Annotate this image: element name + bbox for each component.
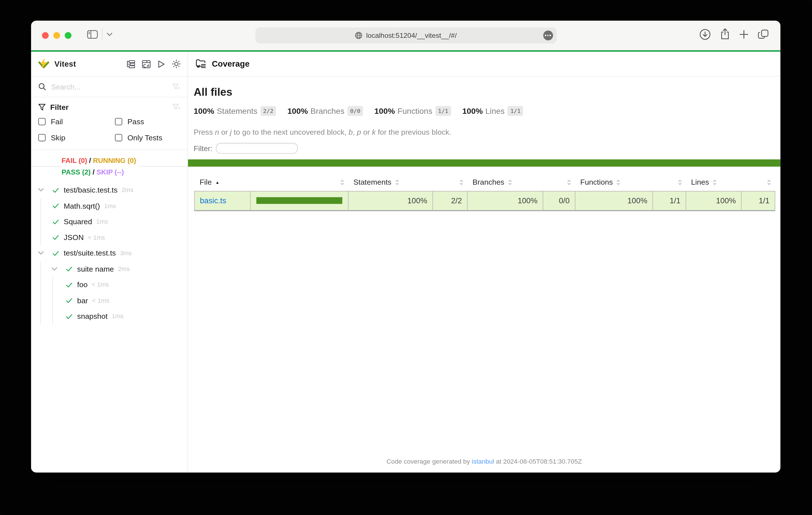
tree-item[interactable]: Math.sqrt()1ms [31,198,187,214]
summary-line-2: PASS (2) / SKIP (--) [62,166,127,178]
sort-icon [508,180,512,185]
traffic-lights [42,32,71,39]
fail-count: FAIL (0) [62,157,87,164]
tree-item[interactable]: bar< 1ms [31,293,187,309]
coverage-header: Coverage [188,52,780,77]
column-header-lines[interactable]: Lines [686,174,742,191]
column-header-functions[interactable]: Functions [575,174,652,191]
tree-indent-guide [52,293,53,309]
run-all-icon[interactable] [157,60,165,68]
search-bar: Search... [31,77,187,97]
tree-indent-guide [52,308,53,324]
minimize-window-button[interactable] [53,32,60,39]
chevron-down-icon[interactable] [51,267,57,271]
tab-overview-icon[interactable] [758,29,769,39]
filter-checkboxes: FailPassSkipOnly Tests [38,117,180,142]
chevron-down-icon[interactable] [38,188,44,192]
tree-item[interactable]: test/suite.test.ts3ms [31,245,187,261]
test-duration: 2ms [118,265,130,273]
page-settings-icon[interactable] [543,30,553,40]
keyboard-hint: Press n or j to go to the next uncovered… [194,128,781,136]
tree-item[interactable]: suite name2ms [31,261,187,277]
tree-item[interactable]: test/basic.test.ts2ms [31,182,187,198]
coverage-bar-cell [250,191,348,211]
tree-indent-guide [40,198,41,214]
theme-toggle-icon[interactable] [172,60,181,68]
sort-icon [340,180,344,185]
filter-checkbox-only-tests[interactable]: Only Tests [115,133,180,142]
tree-item[interactable]: JSON< 1ms [31,230,187,245]
tree-indent-guide [40,277,41,293]
checkbox-icon[interactable] [115,118,122,125]
filter-checkbox-pass[interactable]: Pass [115,117,180,126]
globe-icon [355,32,362,39]
search-input[interactable]: Search... [51,83,167,91]
sidebar-header: Vitest [31,52,187,77]
checkbox-icon[interactable] [115,134,122,142]
test-duration: 1ms [112,313,124,320]
test-duration: 2ms [122,186,134,194]
tree-item[interactable]: foo< 1ms [31,277,187,293]
column-header-sorter[interactable] [250,174,348,191]
table-header-row: File▲StatementsBranchesFunctionsLines [194,174,775,191]
file-link[interactable]: basic.ts [200,196,226,205]
istanbul-link[interactable]: istanbul [472,458,494,465]
chevron-down-icon[interactable] [38,251,44,255]
close-window-button[interactable] [42,32,49,39]
new-tab-icon[interactable] [739,29,749,39]
app-title: Vitest [54,60,121,68]
column-header-branches[interactable]: Branches [467,174,543,191]
test-name: suite name [77,265,114,273]
vitest-sidebar: Vitest [31,52,188,473]
browser-window: localhost:51204/__vitest__/#/ [31,21,780,473]
column-header-sorter[interactable] [742,174,775,191]
column-header-statements[interactable]: Statements [348,174,433,191]
checkbox-icon[interactable] [38,118,46,125]
coverage-status-line [188,159,780,167]
running-count: RUNNING (0) [93,157,136,164]
tree-item[interactable]: Squared1ms [31,214,187,230]
toolbar-divider [102,28,103,40]
test-name: bar [77,297,88,305]
coverage-value-cell: 100% [575,191,652,211]
downloads-icon[interactable] [699,28,711,40]
test-duration: 1ms [104,202,116,210]
metric-lines: 100%Lines1/1 [462,106,523,116]
tree-view-icon[interactable] [126,60,135,68]
dashboard-icon[interactable] [142,60,151,68]
column-header-sorter[interactable] [433,174,467,191]
test-name: test/basic.test.ts [64,186,118,194]
address-bar[interactable]: localhost:51204/__vitest__/#/ [255,27,557,43]
coverage-value-cell: 100% [467,191,543,211]
zoom-window-button[interactable] [65,32,71,39]
sort-icon [713,180,717,185]
column-header-file[interactable]: File▲ [194,174,250,191]
coverage-filter-input[interactable] [216,143,298,154]
share-icon[interactable] [720,28,730,40]
column-header-sorter[interactable] [652,174,686,191]
sidebar-toggle-icon[interactable] [87,30,98,38]
desktop-background: localhost:51204/__vitest__/#/ [0,0,812,515]
page-title: Coverage [212,59,250,69]
test-duration: < 1ms [88,234,105,241]
column-header-sorter[interactable] [543,174,575,191]
tree-item[interactable]: snapshot1ms [31,308,187,324]
sort-icon [567,180,571,185]
chevron-down-icon[interactable] [107,32,112,36]
pass-check-icon [65,281,73,289]
filter-checkbox-skip[interactable]: Skip [38,133,115,142]
pass-count: PASS (2) [62,168,91,176]
filter-clear-icon[interactable] [172,103,180,111]
pass-check-icon [52,249,59,257]
test-duration: 3ms [120,250,132,257]
pass-check-icon [52,234,59,241]
pass-check-icon [52,202,59,210]
sort-asc-icon: ▲ [215,180,220,184]
report-footer: Code coverage generated by istanbul at 2… [188,458,780,465]
search-clear-filter-icon[interactable] [172,83,180,90]
test-name: Math.sqrt() [64,202,100,210]
filter-checkbox-fail[interactable]: Fail [38,117,115,126]
tree-indent-guide [40,308,41,324]
checkbox-icon[interactable] [38,134,46,142]
skip-count: SKIP (--) [96,168,124,176]
